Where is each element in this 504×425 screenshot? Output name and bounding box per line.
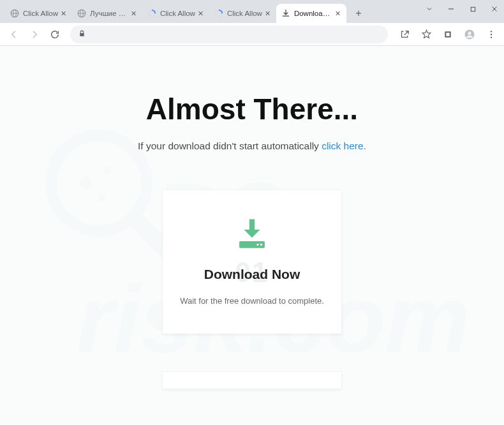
close-window-button[interactable]: [490, 4, 499, 13]
loading-spinner-icon: [147, 9, 156, 18]
tab-3[interactable]: Click Allow ✕: [142, 4, 209, 23]
download-icon: [175, 216, 329, 255]
share-icon[interactable]: [397, 27, 412, 42]
svg-point-14: [468, 31, 471, 34]
svg-rect-10: [80, 33, 84, 36]
subline-text: If your download didn't start automatica…: [138, 140, 322, 151]
tab-2[interactable]: Лучшие Tele ✕: [72, 4, 142, 23]
close-icon[interactable]: ✕: [196, 9, 205, 18]
browser-titlebar: Click Allow ✕ Лучшие Tele ✕ Click Allow …: [0, 0, 504, 23]
svg-rect-9: [471, 7, 475, 11]
svg-point-26: [256, 244, 258, 246]
new-tab-button[interactable]: +: [350, 5, 367, 22]
close-icon[interactable]: ✕: [130, 9, 138, 18]
loading-spinner-icon: [214, 9, 223, 18]
globe-icon: [10, 9, 19, 18]
chevron-down-icon[interactable]: [425, 4, 434, 13]
card-title: Download Now: [175, 267, 329, 282]
page-content: Almost There... If your download didn't …: [0, 46, 504, 389]
profile-icon[interactable]: [462, 27, 477, 42]
star-icon[interactable]: [419, 27, 434, 42]
close-icon[interactable]: ✕: [263, 9, 272, 18]
close-icon[interactable]: ✕: [334, 9, 343, 18]
back-button[interactable]: [5, 26, 23, 43]
tab-4[interactable]: Click Allow ✕: [209, 4, 276, 23]
maximize-button[interactable]: [468, 4, 477, 13]
next-card-partial: [163, 372, 341, 389]
tab-strip: Click Allow ✕ Лучшие Tele ✕ Click Allow …: [0, 0, 425, 23]
minimize-button[interactable]: [447, 4, 456, 13]
tab-title: Лучшие Tele: [90, 10, 128, 17]
svg-point-15: [491, 31, 492, 32]
address-bar[interactable]: [70, 26, 388, 43]
page-subline: If your download didn't start automatica…: [0, 140, 504, 152]
tab-title: Click Allow: [227, 10, 262, 17]
kebab-menu-icon[interactable]: [484, 27, 499, 42]
page-viewport: PC risk.com Almost There... If your down…: [0, 46, 504, 425]
card-body: Wait for the free download to complete.: [175, 296, 329, 306]
toolbar-right: [394, 27, 499, 42]
svg-point-16: [491, 33, 492, 34]
tab-5-active[interactable]: Download Re ✕: [276, 4, 346, 23]
reload-button[interactable]: [46, 26, 64, 43]
download-icon: [281, 9, 290, 18]
lock-icon: [78, 29, 86, 40]
svg-rect-12: [446, 33, 449, 36]
close-icon[interactable]: ✕: [59, 9, 68, 18]
svg-point-27: [260, 244, 262, 246]
forward-button[interactable]: [26, 26, 43, 43]
window-controls: [425, 0, 504, 23]
svg-point-17: [491, 36, 492, 38]
click-here-link[interactable]: click here.: [322, 140, 366, 151]
tab-title: Download Re: [294, 10, 332, 17]
download-card: 01 Download Now Wait for the free downlo…: [163, 190, 341, 334]
tab-title: Click Allow: [160, 10, 195, 17]
globe-icon: [77, 9, 86, 18]
tab-title: Click Allow: [23, 10, 58, 17]
page-headline: Almost There...: [0, 92, 504, 126]
browser-toolbar: [0, 23, 504, 46]
tab-1[interactable]: Click Allow ✕: [5, 4, 72, 23]
extensions-icon[interactable]: [440, 27, 456, 42]
